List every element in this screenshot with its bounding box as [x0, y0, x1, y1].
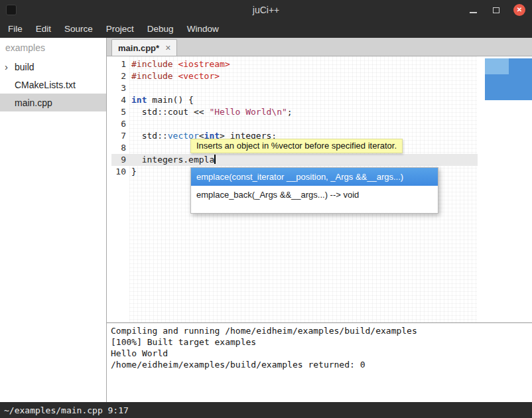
- code-text: [131, 118, 478, 130]
- doc-tooltip: Inserts an object in %vector before spec…: [190, 139, 403, 153]
- code-segment: ;: [287, 107, 293, 117]
- code-text: [131, 82, 478, 94]
- code-area[interactable]: 1#include <iostream>2#include <vector>34…: [111, 58, 478, 178]
- tab-main-cpp[interactable]: main.cpp* ×: [111, 39, 177, 56]
- title-bar: juCi++ ✕: [0, 0, 532, 20]
- menu-item-file[interactable]: File: [1, 21, 29, 37]
- code-text: #include <vector>: [131, 70, 478, 82]
- code-segment: integers.empla: [131, 155, 214, 165]
- completion-item-0[interactable]: emplace(const_iterator __position, _Args…: [191, 168, 438, 186]
- window-controls: ✕: [467, 0, 525, 20]
- output-line-2: Hello World: [111, 348, 528, 359]
- line-number: 5: [111, 106, 126, 118]
- status-text: ~/examples/main.cpp 9:17: [4, 405, 129, 415]
- code-text: int main() {: [131, 94, 478, 106]
- code-segment: std::: [131, 131, 168, 141]
- line-number: 7: [111, 130, 126, 142]
- minimize-icon: [470, 12, 477, 13]
- code-line-1[interactable]: 1#include <iostream>: [111, 58, 478, 70]
- menu-item-source[interactable]: Source: [58, 21, 100, 37]
- code-text: integers.empla: [131, 154, 478, 166]
- output-line-3: /home/eidheim/examples/build/examples re…: [111, 359, 528, 370]
- code-text: #include <iostream>: [131, 58, 478, 70]
- code-segment: <iostream>: [178, 59, 230, 69]
- close-icon: ✕: [517, 7, 522, 13]
- close-button[interactable]: ✕: [513, 4, 525, 16]
- code-segment: <vector>: [178, 71, 220, 81]
- line-number: 6: [111, 118, 126, 130]
- code-segment: main() {: [147, 95, 193, 105]
- overview-scrollbar-highlight: [485, 58, 509, 74]
- tab-label: main.cpp*: [118, 43, 159, 53]
- code-line-9[interactable]: 9 integers.empla: [111, 154, 478, 166]
- completion-popup: emplace(const_iterator __position, _Args…: [190, 167, 438, 214]
- menu-item-project[interactable]: Project: [100, 21, 141, 37]
- file-tree: ›buildCMakeLists.txtmain.cpp: [0, 58, 106, 111]
- line-number: 4: [111, 94, 126, 106]
- line-number: 3: [111, 82, 126, 94]
- editor-pane: main.cpp* × 1#include <iostream>2#includ…: [107, 38, 532, 402]
- tree-item-build[interactable]: ›build: [0, 58, 106, 76]
- code-segment: #include: [131, 59, 178, 69]
- code-editor[interactable]: 1#include <iostream>2#include <vector>34…: [107, 56, 532, 322]
- output-line-0: Compiling and running /home/eidheim/exam…: [111, 325, 528, 336]
- status-bar: ~/examples/main.cpp 9:17: [0, 402, 532, 418]
- main-area: examples ›buildCMakeLists.txtmain.cpp ma…: [0, 38, 532, 402]
- code-segment: "Hello World\n": [209, 107, 287, 117]
- code-segment: int: [131, 95, 147, 105]
- menu-item-window[interactable]: Window: [180, 21, 226, 37]
- tree-item-label: build: [15, 62, 34, 72]
- code-segment: #include: [131, 71, 178, 81]
- line-number: 9: [111, 154, 126, 166]
- code-line-4[interactable]: 4int main() {: [111, 94, 478, 106]
- menu-item-debug[interactable]: Debug: [141, 21, 180, 37]
- maximize-button[interactable]: [490, 4, 502, 16]
- completion-item-1[interactable]: emplace_back(_Args &&__args...) --> void: [191, 186, 438, 204]
- app-icon: [6, 5, 17, 15]
- tab-close-icon[interactable]: ×: [165, 43, 170, 52]
- expander-icon[interactable]: ›: [0, 62, 15, 72]
- maximize-icon: [493, 7, 499, 13]
- code-line-3[interactable]: 3: [111, 82, 478, 94]
- menu-bar: FileEditSourceProjectDebugWindow: [0, 20, 532, 38]
- line-number: 8: [111, 142, 126, 154]
- project-name: examples: [0, 38, 106, 58]
- code-line-5[interactable]: 5 std::cout << "Hello World\n";: [111, 106, 478, 118]
- code-segment: std::cout <<: [131, 107, 209, 117]
- minimize-button[interactable]: [467, 4, 479, 16]
- output-panel: Compiling and running /home/eidheim/exam…: [107, 322, 532, 402]
- tree-item-label: main.cpp: [15, 98, 52, 108]
- tree-item-cmakelists-txt[interactable]: CMakeLists.txt: [0, 76, 106, 94]
- tree-item-main-cpp[interactable]: main.cpp: [0, 94, 106, 111]
- file-explorer-sidebar: examples ›buildCMakeLists.txtmain.cpp: [0, 38, 107, 402]
- tab-bar: main.cpp* ×: [107, 38, 532, 56]
- line-number: 1: [111, 58, 126, 70]
- code-line-6[interactable]: 6: [111, 118, 478, 130]
- menu-item-edit[interactable]: Edit: [29, 21, 58, 37]
- line-number: 10: [111, 166, 126, 178]
- window-title: juCi++: [253, 5, 279, 15]
- tree-item-label: CMakeLists.txt: [15, 80, 76, 90]
- overview-scrollbar[interactable]: [485, 58, 532, 100]
- output-line-1: [100%] Built target examples: [111, 336, 528, 348]
- app-window: juCi++ ✕ FileEditSourceProjectDebugWindo…: [0, 0, 532, 418]
- code-segment: }: [131, 167, 137, 176]
- line-number: 2: [111, 70, 126, 82]
- code-line-2[interactable]: 2#include <vector>: [111, 70, 478, 82]
- code-text: std::cout << "Hello World\n";: [131, 106, 478, 118]
- text-cursor: [214, 155, 216, 164]
